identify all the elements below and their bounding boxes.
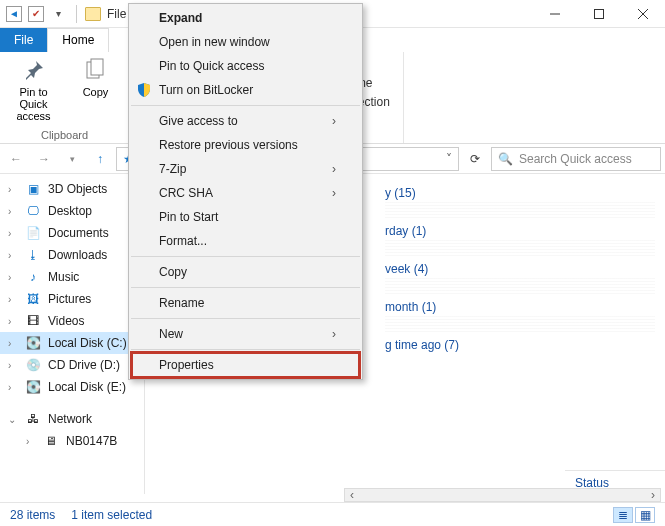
- view-details-button[interactable]: ≣: [613, 507, 633, 523]
- chevron-down-icon[interactable]: ˅: [446, 152, 452, 166]
- drive-icon: 💽: [24, 335, 42, 351]
- group-row[interactable]: g time ago (7): [385, 332, 655, 354]
- group-row[interactable]: y (15): [385, 180, 655, 202]
- context-menu-item[interactable]: Rename: [129, 291, 362, 315]
- pictures-icon: 🖼: [24, 291, 42, 307]
- documents-icon: 📄: [24, 225, 42, 241]
- nav-up-button[interactable]: ↑: [88, 147, 112, 171]
- context-menu-item[interactable]: Pin to Quick access: [129, 54, 362, 78]
- view-icons-button[interactable]: ▦: [635, 507, 655, 523]
- submenu-arrow-icon: ›: [332, 114, 336, 128]
- search-input[interactable]: 🔍 Search Quick access: [491, 147, 661, 171]
- maximize-button[interactable]: [577, 0, 621, 28]
- nav-forward-button[interactable]: →: [32, 147, 56, 171]
- context-menu-item[interactable]: Format...: [129, 229, 362, 253]
- folder-icon: [85, 7, 101, 21]
- tree-item-network-node[interactable]: ›🖥NB0147B: [0, 430, 144, 452]
- group-row[interactable]: veek (4): [385, 256, 655, 278]
- shield-icon: [135, 81, 153, 99]
- desktop-icon: 🖵: [24, 203, 42, 219]
- status-item-count: 28 items: [10, 508, 55, 522]
- downloads-icon: ⭳: [24, 247, 42, 263]
- group-row[interactable]: rday (1): [385, 218, 655, 240]
- tree-item-music[interactable]: ›♪Music: [0, 266, 144, 288]
- pin-icon: [20, 56, 48, 84]
- context-menu-item[interactable]: Expand: [129, 6, 362, 30]
- context-menu-item[interactable]: Copy: [129, 260, 362, 284]
- context-menu-item[interactable]: New›: [129, 322, 362, 346]
- tree-item-3d-objects[interactable]: ›▣3D Objects: [0, 178, 144, 200]
- tree-item-local-disk-e[interactable]: ›💽Local Disk (E:): [0, 376, 144, 398]
- close-button[interactable]: [621, 0, 665, 28]
- tree-item-cd-drive-d[interactable]: ›💿CD Drive (D:): [0, 354, 144, 376]
- tab-home[interactable]: Home: [47, 28, 109, 52]
- group-label-clipboard: Clipboard: [41, 127, 88, 141]
- minimize-button[interactable]: [533, 0, 577, 28]
- context-menu-item[interactable]: Give access to›: [129, 109, 362, 133]
- context-menu-item[interactable]: Open in new window: [129, 30, 362, 54]
- horizontal-scrollbar[interactable]: ‹ ›: [344, 488, 661, 502]
- cd-icon: 💿: [24, 357, 42, 373]
- videos-icon: 🎞: [24, 313, 42, 329]
- tree-item-downloads[interactable]: ›⭳Downloads: [0, 244, 144, 266]
- svg-rect-5: [91, 59, 103, 75]
- copy-icon: [82, 56, 110, 84]
- drive-icon: 💽: [24, 379, 42, 395]
- scroll-left-icon[interactable]: ‹: [345, 488, 359, 502]
- tree-item-desktop[interactable]: ›🖵Desktop: [0, 200, 144, 222]
- submenu-arrow-icon: ›: [332, 186, 336, 200]
- network-icon: 🖧: [24, 411, 42, 427]
- context-menu-item[interactable]: 7-Zip›: [129, 157, 362, 181]
- nav-history-button[interactable]: ▾: [60, 147, 84, 171]
- tree-item-videos[interactable]: ›🎞Videos: [0, 310, 144, 332]
- tree-item-pictures[interactable]: ›🖼Pictures: [0, 288, 144, 310]
- copy-button[interactable]: Copy: [70, 56, 122, 98]
- refresh-button[interactable]: ⟳: [463, 147, 487, 171]
- cube-icon: ▣: [24, 181, 42, 197]
- context-menu-item[interactable]: Restore previous versions: [129, 133, 362, 157]
- submenu-arrow-icon: ›: [332, 162, 336, 176]
- context-menu-item[interactable]: Properties: [132, 353, 359, 377]
- navigation-pane[interactable]: ›▣3D Objects ›🖵Desktop ›📄Documents ›⭳Dow…: [0, 174, 145, 494]
- tree-item-network[interactable]: ⌄🖧Network: [0, 408, 144, 430]
- svg-rect-1: [595, 9, 604, 18]
- nav-back-button[interactable]: ←: [4, 147, 28, 171]
- pin-to-quick-access-button[interactable]: Pin to Quick access: [8, 56, 60, 122]
- status-selected-count: 1 item selected: [71, 508, 152, 522]
- context-menu-item[interactable]: Pin to Start: [129, 205, 362, 229]
- computer-icon: 🖥: [42, 433, 60, 449]
- qat-overflow-icon[interactable]: ▾: [50, 6, 66, 22]
- tree-item-local-disk-c[interactable]: ›💽Local Disk (C:): [0, 332, 144, 354]
- context-menu-item[interactable]: CRC SHA›: [129, 181, 362, 205]
- group-row[interactable]: month (1): [385, 294, 655, 316]
- status-bar: 28 items 1 item selected ≣ ▦: [0, 502, 665, 526]
- submenu-arrow-icon: ›: [332, 327, 336, 341]
- search-icon: 🔍: [498, 152, 513, 166]
- scroll-right-icon[interactable]: ›: [646, 488, 660, 502]
- context-menu: ExpandOpen in new windowPin to Quick acc…: [128, 3, 363, 380]
- qat-back-icon[interactable]: ◄: [6, 6, 22, 22]
- tab-file[interactable]: File: [0, 28, 47, 52]
- context-menu-item[interactable]: Turn on BitLocker: [129, 78, 362, 102]
- music-icon: ♪: [24, 269, 42, 285]
- qat-properties-icon[interactable]: ✔: [28, 6, 44, 22]
- tree-item-documents[interactable]: ›📄Documents: [0, 222, 144, 244]
